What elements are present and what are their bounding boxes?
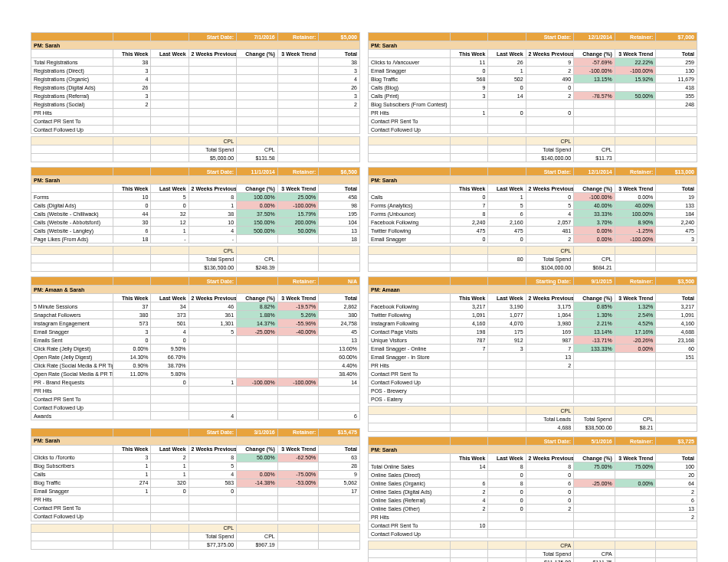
- metric-row: Clicks to /Toronto32850.00%-62.50%63: [31, 453, 360, 462]
- cpl-values: Total SpendCPL: [31, 532, 360, 541]
- cpl-values: Total SpendCPL: [31, 145, 360, 154]
- metric-row: PR - Brand Requests01-100.00%-100.00%14: [31, 378, 360, 387]
- metric-row: Online Sales (Referral)4006: [369, 496, 697, 505]
- section-table: Start Date:12/1/2014Retainer:$7,000PM: S…: [368, 32, 697, 162]
- metric-row: Online Sales (Other)20213: [369, 505, 697, 513]
- section-header: Starting Date:9/1/2015Retainer:$3,500: [369, 277, 697, 286]
- metric-row: Registrations (Direct)33: [31, 67, 360, 75]
- section-header: Start Date:12/1/2014Retainer:$13,000: [369, 168, 697, 176]
- section-header: Start Date:11/1/2014Retainer:$6,500: [31, 168, 360, 176]
- section-table: Start Date:3/1/2016Retainer:$15,475PM: S…: [31, 428, 360, 550]
- section-header: Start Date:12/1/2014Retainer:$7,000: [369, 33, 697, 41]
- cpl-header: CPL: [31, 137, 360, 145]
- metric-row: Click Rate (Jelly Digest)0.00%9.50%13.60…: [31, 345, 360, 353]
- metric-row: Instagram Engagement5735011,30114.37%-55…: [31, 319, 360, 328]
- metric-row: Registrations (Organic)44: [31, 75, 360, 83]
- metric-row: Contact PR Sent To: [31, 117, 360, 126]
- cpl-values: Total SpendCPL: [369, 145, 697, 154]
- metric-row: Awards46: [31, 412, 360, 420]
- pm-row: PM: Sarah: [369, 446, 697, 454]
- section-table: Starting Date:9/1/2015Retainer:$3,500PM:…: [368, 276, 697, 432]
- metric-row: Contact PR Sent To: [31, 395, 360, 404]
- cpl-values: Total SpendCPA: [369, 550, 697, 558]
- metric-row: Online Sales (Direct)0020: [369, 471, 697, 479]
- col-headers: This WeekLast Week2 Weeks PreviousChange…: [369, 185, 697, 193]
- pm-row: PM: Sarah: [31, 41, 360, 50]
- metric-row: Online Sales (Organic)686-25.00%0.00%64: [369, 479, 697, 488]
- metric-row: PR Hits100: [369, 109, 697, 117]
- metric-row: Forms (Unbounce)86433.33%100.00%184: [369, 210, 697, 218]
- metric-row: Instagram Following4,1604,0703,9802.21%4…: [369, 319, 697, 328]
- cpl-values: 80Total SpendCPL: [369, 255, 697, 263]
- col-headers: This WeekLast Week2 Weeks PreviousChange…: [369, 294, 697, 302]
- metric-row: PR Hits2: [369, 361, 697, 370]
- metric-row: Contact Followed Up: [31, 404, 360, 412]
- metric-row: Forms1058100.00%25.00%458: [31, 193, 360, 201]
- cpl-values: Total LeadsTotal SpendCPL: [369, 415, 697, 423]
- cpl-data: $11,175.00$111.75: [369, 558, 697, 563]
- metric-row: Unique Visitors787912987-13.71%-20.26%23…: [369, 336, 697, 345]
- pm-row: PM: Sarah: [369, 176, 697, 185]
- col-headers: This WeekLast Week2 Weeks PreviousChange…: [31, 445, 360, 453]
- metric-row: Twitter Following4754754810.00%-1.25%475: [369, 227, 697, 235]
- cpl-data: 4,688$38,500.00$8.21: [369, 423, 697, 432]
- metric-row: Click Rate (Social Media & PR Tips)0.90%…: [31, 361, 360, 370]
- metric-row: Facebook Following3,2173,1903,1750.85%1.…: [369, 302, 697, 311]
- cpl-data: $5,000.00$131.58: [31, 154, 360, 162]
- col-headers: This WeekLast Week2 Weeks PreviousChange…: [369, 454, 697, 462]
- cpl-header: CPL: [369, 137, 697, 145]
- metric-row: PR Hits: [31, 387, 360, 395]
- section-header: Start Date:Retainer:N/A: [31, 277, 360, 286]
- metric-row: PR Hits2: [369, 513, 697, 521]
- metric-row: Email Snagger - In Store13151: [369, 353, 697, 361]
- pm-row: PM: Sarah: [31, 436, 360, 445]
- col-headers: This WeekLast Week2 Weeks PreviousChange…: [31, 50, 360, 58]
- metric-row: Email Snagger012-100.00%-100.00%130: [369, 67, 697, 75]
- pm-row: PM: Sarah: [31, 176, 360, 185]
- metric-row: Contact Followed Up: [31, 512, 360, 521]
- cpl-values: Total SpendCPL: [31, 255, 360, 263]
- cpl-header: CPL: [31, 247, 360, 255]
- metric-row: Calls (Print)3142-78.57%50.00%355: [369, 92, 697, 100]
- metric-row: Snapchat Followers3803733611.88%5.26%380: [31, 311, 360, 319]
- cpl-data: $104,000.00$684.21: [369, 263, 697, 272]
- metric-row: 5 Minute Sessions3734468.82%-19.57%2,862: [31, 302, 360, 311]
- section-table: Start Date:7/1/2016Retainer:$5,000PM: Sa…: [31, 32, 360, 162]
- metric-row: Registrations (Social)22: [31, 100, 360, 109]
- metric-row: POS - Brewery: [369, 387, 697, 395]
- metric-row: Forms (Analytics)75540.00%40.00%133: [369, 201, 697, 210]
- cpl-data: $136,500.00$248.39: [31, 263, 360, 272]
- pm-row: PM: Sarah: [369, 41, 697, 50]
- metric-row: Open Rate (Social Media & PR Tips)11.00%…: [31, 370, 360, 378]
- col-headers: This WeekLast Week2 Weeks PreviousChange…: [31, 185, 360, 193]
- metric-row: PR Hits: [31, 495, 360, 504]
- col-headers: This WeekLast Week2 Weeks PreviousChange…: [369, 50, 697, 58]
- pm-row: PM: Amaan: [369, 286, 697, 294]
- metric-row: Calls1140.00%-75.00%9: [31, 470, 360, 479]
- metric-row: Calls (Website - Chilliwack)44323837.50%…: [31, 210, 360, 218]
- cpl-data: $77,375.00$967.19: [31, 541, 360, 549]
- metric-row: Blog Subscribers11528: [31, 462, 360, 470]
- pm-row: PM: Amaan & Sarah: [31, 286, 360, 294]
- metric-row: Email Snagger0020.00%-100.00%3: [369, 235, 697, 243]
- metric-row: Blog Subscibers (From Contest)248: [369, 100, 697, 109]
- metric-row: Clicks to /Vancouver11269-57.69%22.22%25…: [369, 58, 697, 67]
- cpl-data: $140,000.00$11.73: [369, 154, 697, 162]
- section-header: Start Date:3/1/2016Retainer:$15,475: [31, 428, 360, 436]
- metric-row: Facebook Following2,2402,1602,0573.70%8.…: [369, 218, 697, 227]
- section-table: Start Date:11/1/2014Retainer:$6,500PM: S…: [31, 167, 360, 272]
- metric-row: Calls (Digital Ads)0010.00%-100.00%98: [31, 201, 360, 210]
- metric-row: Calls (Website - Langley)614500.00%50.00…: [31, 227, 360, 235]
- section-table: Start Date:Retainer:N/APM: Amaan & Sarah…: [31, 276, 360, 423]
- metric-row: Contact PR Sent To: [369, 370, 697, 378]
- metric-row: Email Snagger10017: [31, 487, 360, 495]
- metric-row: Calls (Blog)900418: [369, 83, 697, 92]
- cpl-header: CPL: [369, 247, 697, 255]
- metric-row: Email Snagger345-25.00%-40.00%45: [31, 328, 360, 336]
- metric-row: Contact Followed Up: [369, 530, 697, 538]
- metric-row: Contact PR Sent To: [369, 117, 697, 126]
- metric-row: Contact PR Sent To10: [369, 521, 697, 530]
- metric-row: Contact Followed Up: [31, 126, 360, 134]
- metric-row: Page Likes (From Ads)18--18: [31, 235, 360, 243]
- metric-row: Blog Traffic274320583-14.38%-53.00%5,062: [31, 479, 360, 487]
